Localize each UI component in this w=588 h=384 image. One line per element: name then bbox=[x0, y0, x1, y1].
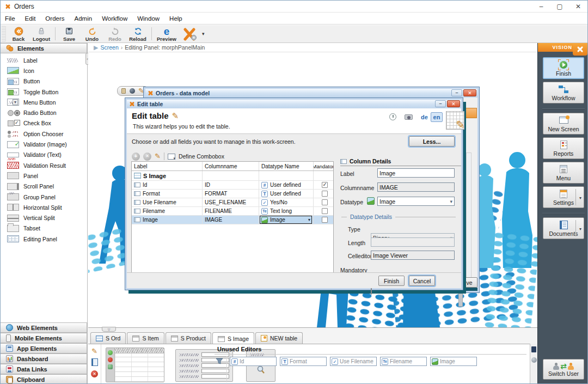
element-validator-image[interactable]: Validator (Image) bbox=[1, 139, 87, 149]
mandatory-checkbox[interactable] bbox=[322, 191, 328, 197]
accordion-dashboard[interactable]: Dashboard bbox=[1, 353, 87, 364]
element-panel[interactable]: Panel bbox=[1, 170, 87, 181]
table-row[interactable]: Format FORMAT TUser defined bbox=[132, 190, 333, 198]
mandatory-checkbox[interactable] bbox=[322, 217, 328, 223]
scrollbar-track[interactable] bbox=[466, 153, 471, 289]
dialog-titlebar[interactable]: Edit table – ✕ bbox=[127, 100, 461, 108]
tab-s-image-active[interactable]: S Image bbox=[212, 332, 254, 345]
new-screen-button[interactable]: New Screen bbox=[543, 113, 584, 135]
data-model-titlebar[interactable]: Orders - data model – ✕ bbox=[145, 89, 477, 97]
element-menu-button[interactable]: Menu Button bbox=[1, 97, 87, 107]
table-row[interactable]: Id ID #User defined bbox=[132, 181, 333, 190]
trash-icon[interactable] bbox=[121, 88, 126, 94]
element-label[interactable]: Label bbox=[1, 55, 87, 65]
element-radio-button[interactable]: Radio Button bbox=[1, 107, 87, 118]
accordion-clipboard[interactable]: Clipboard bbox=[1, 374, 87, 384]
element-scroll-panel[interactable]: Scroll Panel bbox=[1, 181, 87, 192]
editor-chip-filename[interactable]: TeFilename bbox=[380, 357, 427, 366]
preview-button[interactable]: e Preview bbox=[154, 25, 179, 42]
element-check-box[interactable]: Check Box bbox=[1, 118, 87, 129]
finish-button[interactable]: Finish bbox=[543, 57, 584, 79]
editor-chip-use-filename[interactable]: ✓Use Filename bbox=[330, 357, 377, 366]
edit-pencil-icon[interactable]: ✎ bbox=[91, 349, 97, 354]
toolbar-dropdown-caret[interactable]: ▾ bbox=[202, 31, 205, 36]
edit-row-icon[interactable]: ✎ bbox=[155, 154, 161, 159]
documents-button[interactable]: Documents bbox=[543, 217, 584, 239]
logout-button[interactable]: Logout bbox=[30, 25, 53, 42]
book-icon[interactable] bbox=[531, 346, 536, 352]
delete-icon[interactable]: ✕ bbox=[91, 370, 98, 377]
menu-edit[interactable]: Edit bbox=[25, 15, 36, 22]
save-button[interactable]: Save bbox=[58, 25, 81, 42]
accordion-app-elements[interactable]: App Elements bbox=[1, 343, 87, 353]
menu-button[interactable]: Menu bbox=[543, 162, 584, 184]
workflow-button[interactable]: Workflow bbox=[543, 82, 584, 103]
notebook-icon[interactable] bbox=[91, 358, 98, 366]
element-option-chooser[interactable]: Option Chooser bbox=[1, 129, 87, 139]
visionx-logo-tab[interactable] bbox=[573, 43, 587, 56]
minimize-button[interactable]: – bbox=[532, 1, 550, 13]
reports-button[interactable]: Reports bbox=[543, 137, 584, 159]
language-en-button[interactable]: en bbox=[431, 112, 443, 122]
editor-chip-image[interactable]: Image bbox=[430, 357, 477, 366]
mandatory-checkbox[interactable] bbox=[322, 208, 328, 214]
define-combobox-button[interactable]: Define Combobox bbox=[179, 153, 224, 160]
language-de-link[interactable]: de bbox=[421, 114, 428, 120]
element-editing-panel[interactable]: Editing Panel bbox=[1, 234, 87, 244]
less-button[interactable]: Less... bbox=[409, 136, 455, 147]
cancel-button[interactable]: Cancel bbox=[409, 276, 435, 286]
datatype-dropdown-editor[interactable]: Image ▾ bbox=[260, 216, 312, 224]
menu-file[interactable]: File bbox=[5, 15, 15, 22]
element-group-panel[interactable]: Group Panel bbox=[1, 192, 87, 202]
maximize-button[interactable]: ▢ bbox=[550, 1, 569, 13]
accordion-data-links[interactable]: Data Links bbox=[1, 364, 87, 374]
editor-chip-format[interactable]: TFormat bbox=[280, 357, 327, 366]
sphere-icon[interactable] bbox=[130, 88, 135, 94]
tab-s-ord[interactable]: S Ord bbox=[90, 332, 126, 344]
sphere-icon[interactable] bbox=[531, 357, 537, 363]
visionx-logo-button[interactable] bbox=[179, 25, 201, 42]
remove-row-button[interactable]: ✕ bbox=[143, 153, 151, 161]
table-row[interactable]: Use Filename USE_FILENAME ✓Yes/No bbox=[132, 198, 333, 207]
datatype-details-section[interactable]: Datatype Details bbox=[341, 214, 456, 220]
element-validator-text[interactable]: Validator (Text) bbox=[1, 150, 87, 160]
element-icon[interactable]: Icon bbox=[1, 65, 87, 76]
accordion-web-elements[interactable]: Web Elements bbox=[1, 322, 87, 333]
menu-window[interactable]: Window bbox=[137, 15, 160, 22]
element-horizontal-split[interactable]: Horizontal Split bbox=[1, 202, 87, 212]
camera-icon[interactable] bbox=[405, 114, 413, 120]
table-group-row[interactable]: S Image bbox=[132, 171, 333, 181]
element-toggle-button[interactable]: Toggle Button bbox=[1, 87, 87, 97]
table-row[interactable]: Filename FILENAME TeText long bbox=[132, 207, 333, 216]
accordion-mobile-elements[interactable]: Mobile Elements bbox=[1, 333, 87, 343]
undo-button[interactable]: Undo bbox=[81, 25, 103, 42]
menu-admin[interactable]: Admin bbox=[75, 15, 93, 22]
close-button[interactable]: ✕ bbox=[569, 1, 587, 13]
menu-help[interactable]: Help bbox=[169, 15, 182, 22]
close-button[interactable]: ✕ bbox=[463, 89, 476, 96]
reload-button[interactable]: Reload bbox=[126, 25, 149, 42]
tab-s-item[interactable]: S Item bbox=[127, 332, 164, 344]
finish-button[interactable]: Finish bbox=[378, 276, 405, 286]
column-details-header[interactable]: Column Details bbox=[340, 158, 461, 166]
history-icon[interactable] bbox=[389, 113, 396, 120]
element-validation-result[interactable]: Validation Result bbox=[1, 160, 87, 170]
tab-new-table[interactable]: NEW table bbox=[255, 332, 303, 344]
minimize-button[interactable]: – bbox=[451, 89, 462, 96]
table-row-selected[interactable]: Image IMAGE Image ▾ bbox=[132, 216, 333, 224]
panel-collapse-handle[interactable]: ▽ bbox=[102, 327, 116, 332]
back-button[interactable]: Back bbox=[7, 25, 30, 42]
editor-chip-id[interactable]: #Id bbox=[230, 357, 277, 366]
elements-panel-header[interactable]: Elements bbox=[1, 43, 87, 53]
settings-button[interactable]: Settings bbox=[543, 186, 584, 208]
element-vertical-split[interactable]: Vertical Split bbox=[1, 212, 87, 223]
menu-orders[interactable]: Orders bbox=[45, 15, 64, 22]
partially-hidden-button[interactable]: ve bbox=[461, 277, 477, 288]
close-button[interactable]: ✕ bbox=[447, 100, 460, 107]
element-button[interactable]: Button bbox=[1, 76, 87, 87]
filter-funnel-icon[interactable] bbox=[216, 357, 223, 365]
menu-workflow[interactable]: Workflow bbox=[102, 15, 127, 22]
breadcrumb-screen-link[interactable]: Screen bbox=[100, 44, 118, 51]
table-widget-thumbnail[interactable] bbox=[106, 348, 164, 382]
datatype-select[interactable]: Image bbox=[377, 197, 455, 206]
